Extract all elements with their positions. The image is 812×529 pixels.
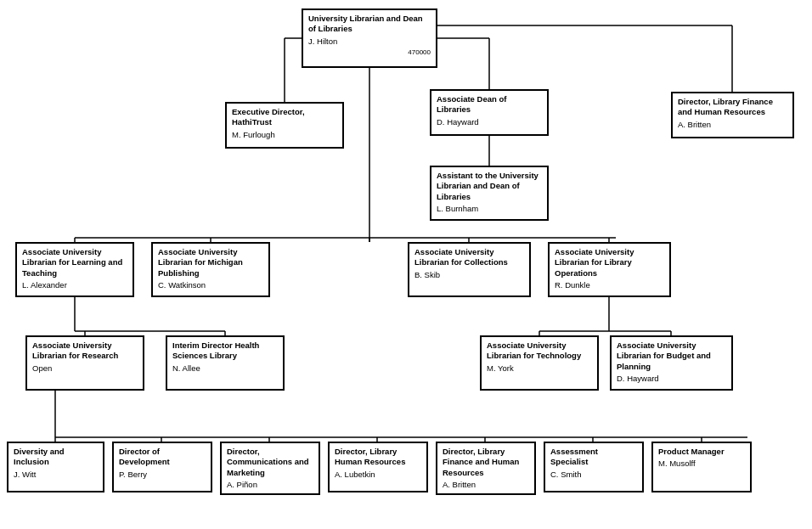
finance-hr2-title: Director, Library Finance and Human Reso…: [443, 447, 529, 478]
org-chart: University Librarian and Dean of Librari…: [0, 0, 812, 17]
aul-collections-node: Associate University Librarian for Colle…: [408, 242, 531, 297]
associate-dean-node: Associate Dean of Libraries D. Hayward: [430, 89, 549, 136]
aul-library-ops-title: Associate University Librarian for Libra…: [555, 247, 664, 279]
aul-library-ops-name: R. Dunkle: [555, 280, 664, 290]
communications-name: A. Piñon: [227, 480, 313, 490]
university-librarian-title: University Librarian and Dean of Librari…: [308, 14, 431, 35]
finance-hr2-name: A. Britten: [443, 480, 529, 490]
university-librarian-extra: 470000: [308, 48, 431, 57]
interim-director-title: Interim Director Health Sciences Library: [172, 340, 278, 362]
assistant-to-node: Assistant to the University Librarian an…: [430, 166, 549, 221]
aul-budget-name: D. Hayward: [617, 374, 726, 384]
associate-dean-name: D. Hayward: [437, 117, 542, 127]
director-finance-hr-name: A. Britten: [678, 120, 787, 130]
university-librarian-name: J. Hilton: [308, 37, 431, 47]
hr-director-name: A. Lubetkin: [335, 470, 421, 480]
hr-director-title: Director, Library Human Resources: [335, 447, 421, 468]
aul-collections-title: Associate University Librarian for Colle…: [414, 247, 524, 268]
associate-dean-title: Associate Dean of Libraries: [437, 94, 542, 115]
diversity-title: Diversity and Inclusion: [14, 447, 98, 468]
director-finance-hr-title: Director, Library Finance and Human Reso…: [678, 97, 787, 118]
product-manager-node: Product Manager M. Musolff: [651, 442, 752, 492]
aul-budget-node: Associate University Librarian for Budge…: [610, 335, 733, 391]
development-title: Director of Development: [119, 447, 206, 468]
executive-director-name: M. Furlough: [232, 130, 337, 140]
assistant-to-name: L. Burnham: [437, 204, 542, 214]
aul-technology-title: Associate University Librarian for Techn…: [487, 340, 592, 362]
university-librarian-node: University Librarian and Dean of Librari…: [302, 8, 437, 68]
executive-director-title: Executive Director, HathiTrust: [232, 107, 337, 128]
interim-director-node: Interim Director Health Sciences Library…: [166, 335, 285, 391]
director-finance-hr-node: Director, Library Finance and Human Reso…: [671, 92, 794, 138]
aul-publishing-name: C. Watkinson: [158, 280, 263, 290]
aul-publishing-title: Associate University Librarian for Michi…: [158, 247, 263, 279]
product-manager-title: Product Manager: [658, 447, 745, 457]
aul-learning-name: L. Alexander: [22, 280, 127, 290]
interim-director-name: N. Allee: [172, 363, 278, 374]
executive-director-node: Executive Director, HathiTrust M. Furlou…: [225, 102, 344, 149]
communications-title: Director, Communications and Marketing: [227, 447, 313, 478]
aul-technology-node: Associate University Librarian for Techn…: [480, 335, 599, 391]
diversity-name: J. Witt: [14, 470, 98, 480]
assessment-node: Assessment Specialist C. Smith: [544, 442, 644, 492]
aul-research-title: Associate University Librarian for Resea…: [32, 340, 138, 362]
aul-collections-name: B. Skib: [414, 270, 524, 280]
product-manager-name: M. Musolff: [658, 459, 745, 469]
development-node: Director of Development P. Berry: [112, 442, 212, 492]
aul-budget-title: Associate University Librarian for Budge…: [617, 340, 726, 372]
aul-learning-node: Associate University Librarian for Learn…: [15, 242, 134, 297]
development-name: P. Berry: [119, 470, 206, 480]
aul-publishing-node: Associate University Librarian for Michi…: [151, 242, 270, 297]
assistant-to-title: Assistant to the University Librarian an…: [437, 171, 542, 202]
communications-node: Director, Communications and Marketing A…: [220, 442, 320, 495]
aul-technology-name: M. York: [487, 363, 592, 374]
assessment-title: Assessment Specialist: [550, 447, 637, 468]
aul-library-ops-node: Associate University Librarian for Libra…: [548, 242, 671, 297]
hr-director-node: Director, Library Human Resources A. Lub…: [328, 442, 428, 492]
aul-research-name: Open: [32, 363, 138, 374]
assessment-name: C. Smith: [550, 470, 637, 480]
finance-hr2-node: Director, Library Finance and Human Reso…: [436, 442, 536, 495]
aul-research-node: Associate University Librarian for Resea…: [25, 335, 144, 391]
diversity-node: Diversity and Inclusion J. Witt: [7, 442, 104, 492]
aul-learning-title: Associate University Librarian for Learn…: [22, 247, 127, 279]
